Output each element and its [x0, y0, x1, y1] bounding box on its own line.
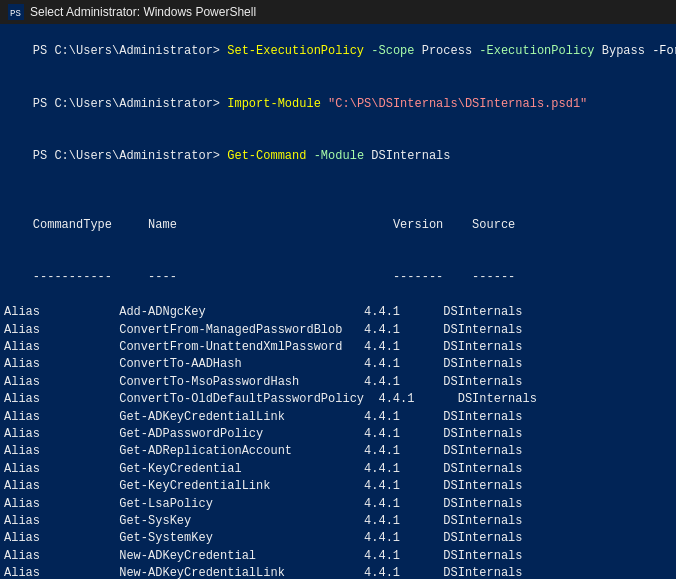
table-row: Alias Get-ADReplicationAccount 4.4.1 DSI…: [4, 443, 672, 460]
table-row: Alias Get-KeyCredentialLink 4.4.1 DSInte…: [4, 478, 672, 495]
table-row: Alias ConvertTo-AADHash 4.4.1 DSInternal…: [4, 356, 672, 373]
table-row: Alias Add-ADNgcKey 4.4.1 DSInternals: [4, 304, 672, 321]
cmd-import: Import-Module: [227, 97, 321, 111]
table-row: Alias New-ADKeyCredentialLink 4.4.1 DSIn…: [4, 565, 672, 579]
table-row: Alias Get-SysKey 4.4.1 DSInternals: [4, 513, 672, 530]
prompt-2: PS C:\Users\Administrator>: [33, 97, 227, 111]
command-line-3: PS C:\Users\Administrator> Get-Command -…: [4, 130, 672, 182]
header-version: Version: [393, 218, 472, 232]
command-line-1: PS C:\Users\Administrator> Set-Execution…: [4, 26, 672, 78]
blank-line: [4, 183, 672, 200]
table-row: Alias Get-LsaPolicy 4.4.1 DSInternals: [4, 496, 672, 513]
sep-version: -------: [393, 270, 472, 284]
cmd-set-exec: Set-ExecutionPolicy: [227, 44, 364, 58]
param-execpol: -ExecutionPolicy: [479, 44, 594, 58]
title-bar-text: Select Administrator: Windows PowerShell: [30, 5, 256, 19]
table-header: CommandType Name Version Source: [4, 200, 672, 252]
window-icon: PS: [8, 4, 24, 20]
command-line-2: PS C:\Users\Administrator> Import-Module…: [4, 78, 672, 130]
title-bar: PS Select Administrator: Windows PowerSh…: [0, 0, 676, 24]
table-row: Alias ConvertFrom-ManagedPasswordBlob 4.…: [4, 322, 672, 339]
table-row: Alias Get-ADKeyCredentialLink 4.4.1 DSIn…: [4, 409, 672, 426]
header-source: Source: [472, 218, 515, 232]
sep-name: ----: [148, 270, 393, 284]
flag-force: -Force: [652, 44, 676, 58]
table-row: Alias ConvertFrom-UnattendXmlPassword 4.…: [4, 339, 672, 356]
svg-text:PS: PS: [10, 9, 21, 19]
table-separator: ----------- ---- ------- ------: [4, 252, 672, 304]
table-row: Alias Get-SystemKey 4.4.1 DSInternals: [4, 530, 672, 547]
table-row: Alias ConvertTo-OldDefaultPasswordPolicy…: [4, 391, 672, 408]
sep-type: -----------: [33, 270, 148, 284]
table-row: Alias New-ADKeyCredential 4.4.1 DSIntern…: [4, 548, 672, 565]
terminal[interactable]: PS C:\Users\Administrator> Set-Execution…: [0, 24, 676, 579]
table-row: Alias Get-ADPasswordPolicy 4.4.1 DSInter…: [4, 426, 672, 443]
prompt-3: PS C:\Users\Administrator>: [33, 149, 227, 163]
table-row: Alias Get-KeyCredential 4.4.1 DSInternal…: [4, 461, 672, 478]
param-module: -Module: [314, 149, 364, 163]
string-path: "C:\PS\DSInternals\DSInternals.psd1": [328, 97, 587, 111]
header-name: Name: [148, 218, 393, 232]
param-scope: -Scope: [371, 44, 414, 58]
prompt-1: PS C:\Users\Administrator>: [33, 44, 227, 58]
header-type: CommandType: [33, 218, 148, 232]
module-val: DSInternals: [364, 149, 450, 163]
sep-source: ------: [472, 270, 515, 284]
cmd-get: Get-Command: [227, 149, 306, 163]
table-row: Alias ConvertTo-MsoPasswordHash 4.4.1 DS…: [4, 374, 672, 391]
